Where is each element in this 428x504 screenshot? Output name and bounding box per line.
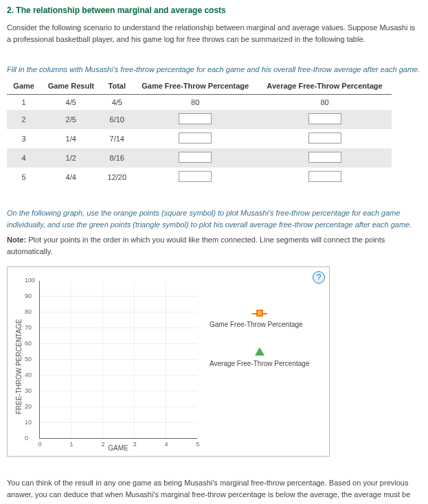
answer-input[interactable] [179, 133, 212, 144]
cell [258, 148, 392, 168]
col-result: Game Result [41, 78, 101, 95]
answer-input[interactable] [308, 113, 341, 124]
y-tick: 20 [25, 403, 32, 410]
y-tick: 80 [25, 308, 32, 315]
free-throw-table: Game Game Result Total Game Free-Throw P… [7, 78, 392, 187]
y-tick: 0 [25, 435, 28, 442]
deduction-paragraph: You can think of the result in any one g… [7, 477, 421, 504]
cell [258, 110, 392, 129]
note-label: Note: [7, 236, 26, 244]
cell [133, 168, 258, 187]
cell: 4/5 [101, 95, 133, 111]
cell [133, 110, 258, 129]
x-tick: 4 [164, 441, 168, 448]
y-tick: 60 [25, 340, 32, 347]
answer-input[interactable] [179, 171, 212, 182]
note-text: Plot your points in the order in which y… [7, 236, 385, 255]
table-row: 14/54/58080 [7, 95, 392, 111]
y-axis-label: FREE-THROW PERCENTAGE [15, 319, 23, 414]
y-tick: 40 [25, 371, 32, 378]
cell: 80 [258, 95, 392, 111]
cell: 8/16 [101, 148, 133, 168]
cell: 2/5 [41, 110, 101, 129]
x-axis-label: GAME [39, 444, 197, 452]
y-tick: 70 [25, 324, 32, 331]
cell [133, 148, 258, 168]
cell: 4/4 [41, 168, 101, 187]
answer-input[interactable] [308, 152, 341, 163]
legend-label-1: Game Free-Throw Percentage [210, 321, 303, 328]
y-tick: 30 [25, 387, 32, 394]
cell: 5 [7, 168, 41, 187]
cell: 1/2 [41, 148, 101, 168]
legend-label-2: Average Free-Throw Percentage [210, 360, 309, 367]
cell: 1/4 [41, 129, 101, 148]
table-row: 54/412/20 [7, 168, 392, 187]
question-title: 2. The relationship between marginal and… [7, 5, 421, 15]
cell [133, 129, 258, 148]
chart-legend: Game Free-Throw Percentage Average Free-… [197, 281, 309, 452]
triangle-icon [255, 347, 264, 356]
cell: 1 [7, 95, 41, 111]
legend-avg-pct[interactable]: Average Free-Throw Percentage [210, 347, 309, 367]
col-total: Total [101, 78, 133, 95]
table-row: 31/47/14 [7, 129, 392, 148]
answer-input[interactable] [179, 152, 212, 163]
square-icon [256, 310, 263, 317]
chart-container: ? FREE-THROW PERCENTAGE 0102030405060708… [7, 266, 330, 457]
plot-area[interactable]: FREE-THROW PERCENTAGE 010203040506070809… [39, 281, 197, 452]
fill-instruction: Fill in the columns with Musashi's free-… [7, 65, 421, 73]
y-tick: 10 [25, 419, 32, 426]
cell: 3 [7, 129, 41, 148]
x-tick: 1 [69, 441, 73, 448]
cell: 7/14 [101, 129, 133, 148]
table-row: 41/28/16 [7, 148, 392, 168]
cell: 4 [7, 148, 41, 168]
col-avg-pct: Average Free-Throw Percentage [258, 78, 392, 95]
cell [258, 168, 392, 187]
cell: 80 [133, 95, 258, 111]
cell: 4/5 [41, 95, 101, 111]
col-game-pct: Game Free-Throw Percentage [133, 78, 258, 95]
answer-input[interactable] [179, 113, 212, 124]
y-tick: 90 [25, 293, 32, 299]
cell [258, 129, 392, 148]
intro-paragraph: Consider the following scenario to under… [7, 22, 421, 45]
answer-input[interactable] [308, 133, 341, 144]
cell: 6/10 [101, 110, 133, 129]
col-game: Game [7, 78, 41, 95]
note-line: Note: Plot your points in the order in w… [7, 234, 421, 257]
x-tick: 0 [38, 441, 41, 448]
x-tick: 3 [133, 441, 136, 448]
y-tick: 100 [25, 277, 35, 284]
x-tick: 2 [101, 441, 104, 448]
legend-game-pct[interactable]: Game Free-Throw Percentage [210, 308, 309, 328]
table-row: 22/56/10 [7, 110, 392, 129]
cell: 12/20 [101, 168, 133, 187]
y-tick: 50 [25, 356, 32, 363]
help-icon[interactable]: ? [313, 271, 325, 284]
x-tick: 5 [196, 441, 199, 448]
answer-input[interactable] [308, 171, 341, 182]
cell: 2 [7, 110, 41, 129]
graph-instruction: On the following graph, use the orange p… [7, 207, 421, 230]
